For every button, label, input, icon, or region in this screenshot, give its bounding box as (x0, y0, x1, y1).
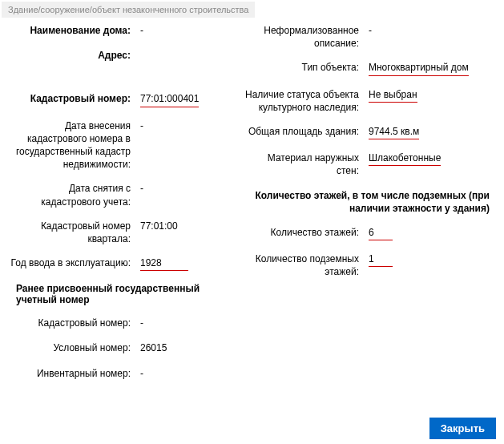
type-label: Тип объекта: (244, 61, 369, 74)
year-value: 1928 (140, 256, 236, 272)
heritage-value: Не выбран (369, 88, 496, 103)
date-off-value: - (140, 182, 236, 196)
desc-value: - (369, 24, 496, 38)
house-name-label: Наименование дома: (8, 24, 140, 37)
prev-cond-value: 26015 (140, 341, 236, 355)
date-in-value: - (140, 119, 236, 133)
address-label: Адрес: (8, 49, 140, 62)
prev-section-title: Ранее присвоенный государственный учетны… (16, 283, 236, 305)
block-label: Кадастровый номер квартала: (8, 220, 140, 245)
area-label: Общая площадь здания: (244, 125, 369, 138)
house-name-value: - (140, 24, 236, 38)
type-value: Многоквартирный дом (369, 61, 496, 76)
prev-inv-value: - (140, 367, 236, 381)
heritage-label: Наличие статуса объекта культурного насл… (244, 88, 369, 114)
wall-label: Материал наружных стен: (244, 151, 369, 177)
floors-under-value: 1 (369, 252, 496, 268)
cad-number-value: 77:01:000401 (140, 92, 236, 107)
prev-cad-value: - (140, 317, 236, 330)
address-value (140, 49, 236, 61)
wall-value: Шлакобетонные (369, 151, 496, 167)
desc-label: Неформализованное описание: (244, 24, 369, 50)
cad-number-label: Кадастровый номер: (8, 92, 140, 105)
date-off-label: Дата снятия с кадастрового учета: (8, 182, 140, 208)
prev-cond-label: Условный номер: (8, 341, 140, 354)
area-value: 9744.5 кв.м (369, 125, 496, 140)
year-label: Год ввода в эксплуатацию: (8, 256, 140, 269)
floors-section-title: Количество этажей, в том числе подземных… (244, 189, 496, 215)
block-value: 77:01:00 (140, 220, 236, 233)
floors-count-label: Количество этажей: (244, 226, 369, 239)
prev-inv-label: Инвентарный номер: (8, 367, 140, 380)
close-button[interactable]: Закрыть (429, 418, 496, 439)
date-in-label: Дата внесения кадастрового номера в госу… (8, 119, 140, 172)
prev-cad-label: Кадастровый номер: (8, 317, 140, 329)
breadcrumb: Здание/сооружение/объект незаконченного … (2, 2, 255, 18)
floors-count-value: 6 (369, 226, 496, 241)
floors-under-label: Количество подземных этажей: (244, 252, 369, 278)
